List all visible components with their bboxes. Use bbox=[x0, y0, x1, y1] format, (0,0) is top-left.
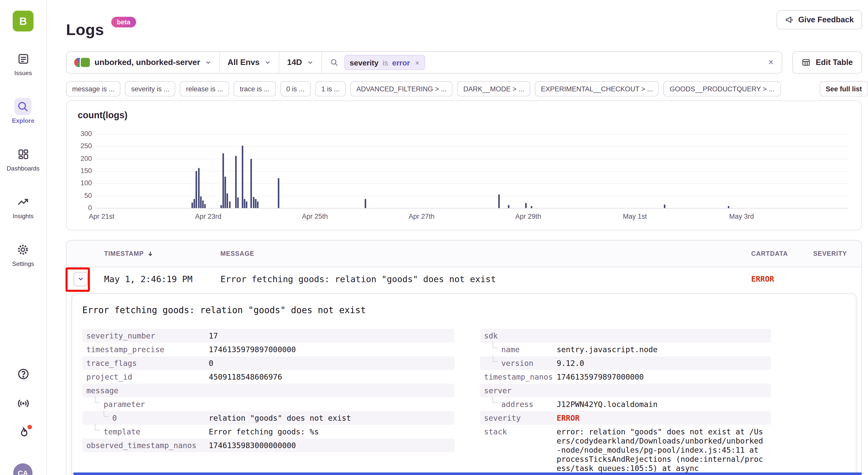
filter-chip[interactable]: GOODS__PRODUCTQUERY > ... bbox=[663, 81, 780, 96]
chart-bar bbox=[253, 197, 254, 208]
environment-selector[interactable]: All Envs bbox=[220, 52, 279, 73]
filter-chip[interactable]: EXPERIMENTAL__CHECKOUT > ... bbox=[535, 81, 659, 96]
filter-chip[interactable]: message is ... bbox=[66, 81, 121, 96]
chart-bar bbox=[728, 206, 730, 208]
sidebar-item-label: Issues bbox=[14, 70, 32, 77]
y-axis-label: 200 bbox=[70, 155, 92, 162]
column-header-timestamp[interactable]: TIMESTAMP bbox=[96, 250, 220, 257]
detail-row[interactable]: parameter bbox=[82, 397, 455, 411]
broadcast-icon[interactable] bbox=[17, 397, 30, 410]
user-avatar[interactable]: CA bbox=[13, 463, 32, 475]
insights-icon bbox=[14, 193, 32, 211]
help-icon[interactable] bbox=[17, 367, 30, 381]
sidebar-item-explore[interactable]: Explore bbox=[12, 98, 34, 124]
whats-new-icon[interactable] bbox=[17, 426, 30, 439]
beta-badge: beta bbox=[111, 17, 136, 27]
detail-value: 0 bbox=[209, 356, 455, 370]
token-key: severity bbox=[350, 58, 378, 67]
sidebar-item-insights[interactable]: Insights bbox=[13, 193, 34, 220]
timestamp-header-label: TIMESTAMP bbox=[104, 250, 144, 257]
expand-row-button[interactable] bbox=[74, 272, 88, 286]
detail-row[interactable]: message bbox=[82, 384, 455, 397]
filter-chip[interactable]: ADVANCED_FILTERING > ... bbox=[350, 81, 453, 96]
detail-key: 0 bbox=[82, 411, 209, 425]
detail-key: template bbox=[82, 425, 209, 438]
tree-connector-icon bbox=[95, 423, 100, 430]
edit-table-button[interactable]: Edit Table bbox=[792, 51, 862, 74]
main-content: Logs beta Give Feedback unborked, unbork… bbox=[47, 0, 868, 475]
chart-bar bbox=[204, 204, 206, 208]
detail-value: relation "goods" does not exist bbox=[209, 411, 455, 425]
detail-key: sdk bbox=[480, 329, 557, 343]
sidebar-item-label: Settings bbox=[12, 260, 34, 267]
sidebar-item-settings[interactable]: Settings bbox=[12, 241, 34, 267]
detail-row[interactable]: severityERROR bbox=[480, 411, 771, 425]
filter-chip[interactable]: 1 is ... bbox=[315, 81, 346, 96]
search-token[interactable]: severity is error × bbox=[344, 55, 425, 70]
remove-token-icon[interactable]: × bbox=[415, 58, 420, 67]
column-header-message[interactable]: MESSAGE bbox=[220, 250, 751, 257]
detail-kv-left: severity_number17timestamp_precise174613… bbox=[82, 329, 455, 452]
tree-connector-icon bbox=[493, 355, 498, 362]
chart-bar bbox=[244, 199, 245, 208]
chart-bar bbox=[508, 205, 509, 208]
detail-key: severity_number bbox=[82, 329, 209, 343]
gridline bbox=[96, 146, 848, 147]
filter-chip[interactable]: trace is ... bbox=[234, 81, 276, 96]
chart-title: count(logs) bbox=[78, 110, 127, 121]
detail-row[interactable]: stackerror: relation "goods" does not ex… bbox=[480, 425, 771, 475]
give-feedback-button[interactable]: Give Feedback bbox=[776, 10, 862, 29]
sidebar-item-issues[interactable]: Issues bbox=[14, 50, 32, 77]
detail-row[interactable]: version9.12.0 bbox=[480, 356, 771, 370]
edit-table-label: Edit Table bbox=[816, 58, 853, 67]
filter-chip[interactable]: DARK__MODE > ... bbox=[457, 81, 530, 96]
detail-value: 1746135979897000000 bbox=[209, 343, 455, 356]
search-bar[interactable]: severity is error × × bbox=[322, 52, 782, 73]
x-axis-label: Apr 27th bbox=[396, 213, 447, 220]
log-severity: ERROR bbox=[751, 274, 861, 283]
detail-value bbox=[557, 384, 771, 388]
detail-row[interactable]: server bbox=[480, 384, 771, 397]
detail-row[interactable]: project_id4509118548606976 bbox=[82, 370, 455, 384]
detail-row[interactable]: addressJ12PWN42YQ.localdomain bbox=[480, 397, 771, 411]
detail-row[interactable]: timestamp_nanos1746135979897000000 bbox=[480, 370, 771, 384]
project-selector[interactable]: unborked, unborked-server bbox=[66, 52, 220, 73]
detail-key: message bbox=[82, 384, 209, 397]
detail-row[interactable]: 0relation "goods" does not exist bbox=[82, 411, 455, 425]
x-axis-label: Apr 21st bbox=[76, 213, 127, 220]
y-axis-label: 150 bbox=[70, 167, 92, 175]
platform-icon-2 bbox=[81, 58, 90, 67]
filter-chip[interactable]: severity is ... bbox=[125, 81, 176, 96]
tree-connector-icon bbox=[493, 341, 498, 348]
org-logo[interactable]: B bbox=[13, 11, 33, 31]
bottom-blue-bar bbox=[73, 472, 862, 475]
tree-connector-icon bbox=[493, 396, 498, 403]
detail-row[interactable]: timestamp_precise1746135979897000000 bbox=[82, 343, 455, 356]
table-rows: May 1, 2:46:19 PMError fetching goods: r… bbox=[66, 267, 861, 290]
detail-row[interactable]: trace_flags0 bbox=[82, 356, 455, 370]
detail-row[interactable]: templateError fetching goods: %s bbox=[82, 425, 455, 438]
chart-bar bbox=[193, 199, 195, 208]
gridline bbox=[96, 208, 848, 209]
sidebar-item-dashboards[interactable]: Dashboards bbox=[7, 146, 39, 172]
explore-icon bbox=[14, 98, 32, 115]
detail-value: 4509118548606976 bbox=[209, 370, 455, 384]
log-row[interactable]: May 1, 2:46:19 PMError fetching goods: r… bbox=[66, 267, 861, 290]
date-range-selector[interactable]: 14D bbox=[279, 52, 322, 73]
detail-row[interactable]: sdk bbox=[480, 329, 771, 343]
detail-title: Error fetching goods: relation "goods" d… bbox=[82, 305, 846, 315]
see-full-list-button[interactable]: See full list bbox=[819, 81, 868, 96]
detail-value bbox=[209, 384, 455, 388]
column-header-severity[interactable]: SEVERITY bbox=[813, 250, 861, 257]
detail-row[interactable]: observed_timestamp_nanos1746135983000000… bbox=[82, 438, 455, 452]
detail-row[interactable]: namesentry.javascript.node bbox=[480, 343, 771, 356]
search-icon bbox=[329, 58, 339, 67]
detail-row[interactable]: severity_number17 bbox=[82, 329, 455, 343]
clear-search-icon[interactable]: × bbox=[768, 57, 774, 68]
chart-bar bbox=[664, 204, 665, 208]
detail-value bbox=[557, 329, 771, 333]
issues-icon bbox=[14, 50, 32, 67]
filter-chip[interactable]: release is ... bbox=[180, 81, 229, 96]
filter-chip[interactable]: 0 is ... bbox=[280, 81, 311, 96]
column-header-cartdata[interactable]: CARTDATA bbox=[751, 250, 813, 257]
